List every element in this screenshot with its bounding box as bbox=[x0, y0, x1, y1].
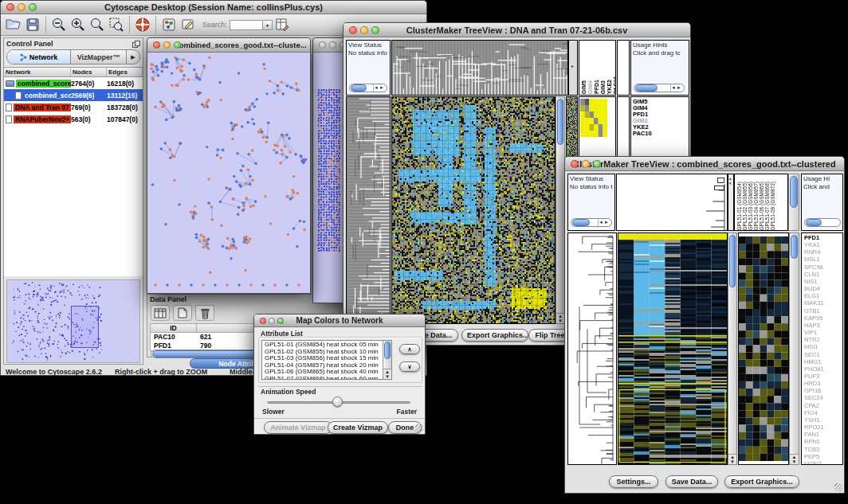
tv1-row-dendrogram[interactable] bbox=[346, 96, 391, 324]
gene-label[interactable]: RPN1 bbox=[802, 438, 842, 445]
gene-label[interactable]: RPO21 bbox=[802, 424, 842, 431]
gene-label[interactable]: CLN1 bbox=[802, 271, 842, 278]
tv2-column-dendrogram[interactable] bbox=[616, 174, 728, 231]
tv2-tree-splitter[interactable]: ▴▾ bbox=[728, 174, 734, 231]
scrollbar-thumb[interactable] bbox=[790, 176, 798, 208]
close-button[interactable] bbox=[260, 318, 266, 324]
gene-label[interactable]: MSL1 bbox=[802, 256, 842, 263]
create-vizmap-button[interactable]: Create Vizmap bbox=[328, 421, 388, 434]
tv2-heatmap[interactable] bbox=[618, 232, 728, 465]
table-edit-icon[interactable] bbox=[273, 15, 292, 34]
close-button[interactable] bbox=[349, 26, 357, 34]
gene-label[interactable]: SEC1 bbox=[802, 351, 842, 358]
tv1-tree-splitter[interactable]: ▸ bbox=[568, 40, 578, 96]
scrollbar-thumb[interactable] bbox=[729, 235, 736, 287]
tab-network[interactable]: Network bbox=[7, 50, 71, 64]
zoom-button[interactable] bbox=[29, 3, 37, 11]
minimize-button[interactable] bbox=[329, 41, 336, 49]
close-button[interactable] bbox=[571, 160, 579, 168]
scrollbar-thumb[interactable] bbox=[351, 84, 367, 92]
tv2-hints-scrollbar[interactable] bbox=[804, 218, 841, 227]
tv1-hints-scrollbar[interactable]: ◄► bbox=[634, 84, 685, 92]
tv1-column-label[interactable]: GIM5 bbox=[581, 80, 587, 94]
scrollbar-arrows-icon[interactable]: ◄► bbox=[598, 219, 611, 226]
scrollbar-arrows-icon[interactable]: ◄► bbox=[670, 84, 684, 92]
tv1-heatmap[interactable] bbox=[391, 96, 556, 324]
gene-label[interactable]: KAP95 bbox=[802, 315, 842, 322]
gene-label[interactable]: SPC98 bbox=[802, 264, 842, 271]
tv2-column-label[interactable]: GPL51-04 (GSM857) bbox=[753, 182, 759, 230]
minimize-button[interactable] bbox=[582, 160, 590, 168]
animation-speed-slider-thumb[interactable] bbox=[332, 397, 343, 407]
tv2-column-label[interactable]: GPL51-02 (GSM855) bbox=[742, 182, 748, 230]
move-down-button[interactable]: ∨ bbox=[399, 361, 420, 372]
gene-label[interactable]: CPA2 bbox=[802, 402, 842, 409]
tv2-heatmap-vscrollbar[interactable]: ▲▼ bbox=[728, 232, 737, 465]
settings-button[interactable]: Settings... bbox=[609, 475, 658, 488]
gene-label[interactable]: HRD3 bbox=[802, 380, 842, 387]
gene-label[interactable]: MAK31 bbox=[802, 299, 842, 307]
zoom-button[interactable] bbox=[174, 41, 181, 49]
tab-overflow-button[interactable]: ▶ bbox=[127, 50, 139, 64]
gene-label[interactable]: PFD1 bbox=[802, 234, 842, 241]
search-input[interactable] bbox=[230, 20, 263, 30]
tv1-column-label[interactable]: PAC10 bbox=[613, 76, 616, 94]
gene-label[interactable]: RNR4 bbox=[802, 248, 842, 256]
new-attribute-icon[interactable] bbox=[173, 305, 192, 321]
tv1-column-label[interactable]: YKE2 bbox=[607, 80, 612, 94]
zoom-fit-icon[interactable] bbox=[88, 15, 107, 34]
tv1-column-label[interactable]: GIM4 bbox=[587, 80, 593, 94]
gene-label[interactable]: PUF3 bbox=[802, 373, 842, 380]
gene-label[interactable]: ELG1 bbox=[802, 292, 842, 299]
network-tree-row[interactable]: RNAPuberNov2+563(0)107847(0) bbox=[4, 113, 143, 125]
network-overview-thumbnail[interactable] bbox=[6, 279, 140, 363]
network-canvas[interactable] bbox=[147, 53, 310, 293]
minimize-button[interactable] bbox=[269, 318, 275, 324]
attribute-list-vscrollbar[interactable]: ▲▼ bbox=[383, 341, 391, 379]
scrollbar-arrows-icon[interactable]: ▲▼ bbox=[383, 369, 391, 379]
attribute-listbox[interactable]: GPL51-01 (GSM854) heat shock 05 minGPL51… bbox=[261, 340, 392, 380]
network-tree-row[interactable]: combined_scores_2764(0)16218(0) bbox=[4, 77, 143, 89]
search-dropdown-arrow-icon[interactable]: ▼ bbox=[263, 20, 273, 30]
network-tree-row[interactable]: DNA and Tran 07769(0)183728(0) bbox=[4, 101, 143, 113]
help-lifering-icon[interactable] bbox=[133, 15, 152, 34]
tv2-status-scrollbar[interactable]: ◄► bbox=[571, 218, 612, 227]
main-titlebar[interactable]: Cytoscape Desktop (Session Name: collins… bbox=[1, 1, 426, 14]
scrollbar-arrows-icon[interactable]: ▲▼ bbox=[556, 313, 564, 323]
close-button[interactable] bbox=[6, 3, 14, 11]
gene-label[interactable]: YRA1 bbox=[802, 241, 842, 248]
zoom-button[interactable] bbox=[593, 160, 601, 168]
gene-label[interactable]: PEP5 bbox=[802, 453, 842, 460]
attribute-list-item[interactable]: GPL51-06 (GSM865) heat shock 40 min bbox=[265, 369, 391, 376]
tv2-zoom-vscrollbar[interactable]: ▲▼ bbox=[789, 232, 799, 465]
gene-label[interactable]: MON2 bbox=[802, 460, 842, 465]
attribute-list-item[interactable]: GPL51-03 (GSM856) heat shock 15 min bbox=[265, 355, 391, 362]
minimize-button[interactable] bbox=[163, 41, 171, 49]
scrollbar-thumb[interactable] bbox=[557, 99, 563, 145]
gene-label[interactable]: YSH1 bbox=[802, 416, 842, 424]
gene-label[interactable]: PAN1 bbox=[802, 431, 842, 438]
zoom-button[interactable] bbox=[371, 26, 379, 34]
vizmapper-icon[interactable] bbox=[159, 15, 179, 34]
minimize-button[interactable] bbox=[360, 26, 368, 34]
gene-label[interactable]: HAP3 bbox=[802, 322, 842, 329]
open-folder-icon[interactable] bbox=[4, 15, 23, 34]
close-button[interactable] bbox=[153, 41, 160, 49]
save-data-button[interactable]: Save Data... bbox=[665, 475, 718, 488]
select-attributes-icon[interactable] bbox=[151, 305, 170, 321]
tv2-column-label[interactable]: GPL51-07 (GSM868) bbox=[764, 182, 770, 230]
tv1-row-label[interactable]: PAC10 bbox=[631, 131, 689, 137]
attribute-list-item[interactable]: GPL51-01 (GSM854) heat shock 05 min bbox=[265, 342, 391, 349]
scrollbar-arrows-icon[interactable]: ▲▼ bbox=[728, 454, 736, 464]
close-button[interactable] bbox=[319, 41, 326, 49]
dialog-titlebar[interactable]: Map Colors to Network bbox=[254, 315, 425, 327]
tv2-zoom-heatmap[interactable] bbox=[738, 232, 789, 465]
gene-label[interactable]: MSI1 bbox=[802, 343, 842, 350]
float-panel-icon[interactable] bbox=[132, 37, 140, 51]
minimize-button[interactable] bbox=[18, 3, 26, 11]
zoom-in-icon[interactable] bbox=[69, 15, 88, 34]
network-tree-row[interactable]: combined_sco2569(6)13112(15) bbox=[4, 89, 143, 101]
treeview2-titlebar[interactable]: ClusterMaker TreeView : combined_scores_… bbox=[565, 157, 844, 171]
save-icon[interactable] bbox=[23, 15, 42, 34]
scrollbar-arrows-icon[interactable]: ◄► bbox=[373, 84, 387, 92]
